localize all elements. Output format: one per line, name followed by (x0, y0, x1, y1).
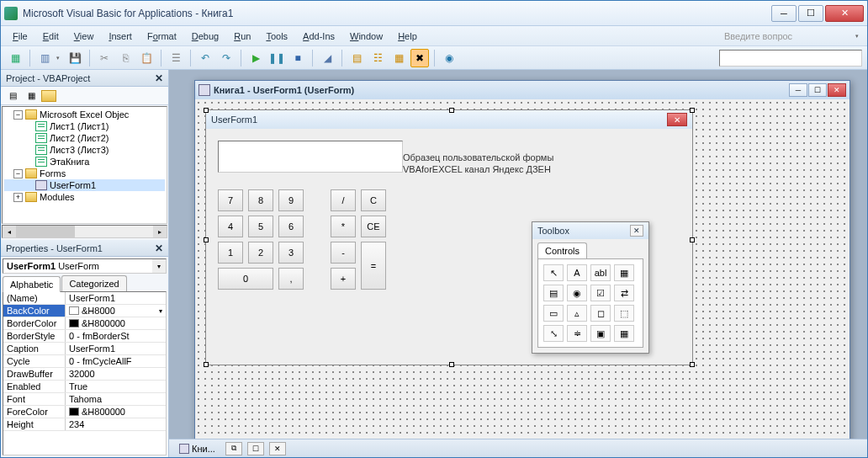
maximize-button[interactable]: ☐ (798, 5, 823, 22)
calc-btn-CE[interactable]: CE (361, 216, 386, 237)
project-close-icon[interactable]: ✕ (155, 72, 163, 84)
calc-btn-equals[interactable]: = (361, 242, 386, 290)
property-row[interactable]: BorderColor&H800000 (3, 317, 166, 330)
calc-btn-C[interactable]: C (361, 189, 386, 211)
tree-sheet1[interactable]: Лист1 (Лист1) (4, 120, 165, 132)
property-row[interactable]: (Name)UserForm1 (3, 292, 166, 305)
calc-btn-2[interactable]: 2 (248, 242, 273, 264)
tree-thisworkbook[interactable]: ЭтаКнига (4, 156, 165, 168)
view-excel-icon[interactable]: ▦ (6, 49, 24, 67)
toolbox-tool-8[interactable]: ▭ (543, 305, 564, 322)
toolbox-tool-4[interactable]: ▤ (543, 285, 564, 301)
tree-modules[interactable]: +Modules (4, 191, 165, 203)
toolbox-tool-6[interactable]: ☑ (590, 285, 611, 301)
toolbox-close-icon[interactable]: ✕ (630, 225, 643, 237)
toggle-folders-icon[interactable] (41, 90, 56, 102)
menu-view[interactable]: View (67, 29, 101, 44)
tab-alphabetic[interactable]: Alphabetic (3, 276, 61, 292)
help-search-input[interactable]: Введите вопрос (719, 29, 854, 43)
toolbox-tool-7[interactable]: ⇄ (614, 285, 634, 301)
form-label-2[interactable]: VBAforEXCEL канал Яндекс ДЗЕН (403, 164, 551, 174)
menu-debug[interactable]: Debug (185, 29, 225, 44)
calc-btn-/[interactable]: / (331, 189, 356, 211)
calc-btn-*[interactable]: * (331, 216, 356, 237)
calc-btn-comma[interactable]: , (278, 268, 304, 290)
stop-icon[interactable]: ■ (288, 49, 307, 67)
toolbox-tool-5[interactable]: ◉ (567, 285, 587, 301)
find-icon[interactable]: ☰ (167, 49, 185, 67)
menu-format[interactable]: Format (140, 29, 183, 44)
object-browser-icon[interactable]: ▦ (389, 49, 408, 67)
toolbox-tool-3[interactable]: ▦ (614, 264, 634, 281)
calc-btn-9[interactable]: 9 (278, 189, 304, 211)
view-code-icon[interactable]: ▤ (4, 88, 21, 104)
help-search-dropdown[interactable]: ▾ (855, 33, 862, 40)
property-row[interactable]: DrawBuffer32000 (3, 368, 166, 381)
menu-run[interactable]: Run (227, 29, 257, 44)
toolbox-tool-13[interactable]: ≑ (567, 325, 587, 342)
property-row[interactable]: Height234 (3, 418, 166, 431)
toolbox-tool-9[interactable]: ▵ (567, 305, 587, 322)
calc-btn-6[interactable]: 6 (278, 216, 304, 237)
minimize-button[interactable]: ─ (771, 5, 797, 22)
close-button[interactable]: ✕ (825, 5, 864, 22)
menu-window[interactable]: Window (343, 29, 389, 44)
menu-tools[interactable]: Tools (259, 29, 294, 44)
menu-help[interactable]: Help (391, 29, 424, 44)
tree-forms[interactable]: −Forms (4, 168, 165, 179)
property-row[interactable]: CaptionUserForm1 (3, 343, 166, 355)
tree-sheet2[interactable]: Лист2 (Лист2) (4, 132, 165, 144)
cut-icon[interactable]: ✂ (95, 49, 114, 67)
calc-btn-7[interactable]: 7 (218, 189, 243, 211)
toolbox-tool-2[interactable]: abl (590, 264, 611, 281)
calc-btn-1[interactable]: 1 (218, 242, 243, 264)
menu-insert[interactable]: Insert (102, 29, 139, 44)
task-item[interactable]: Кни... (174, 443, 220, 455)
userform-close-icon[interactable]: ✕ (667, 113, 687, 126)
toolbox-tool-1[interactable]: A (567, 264, 587, 281)
task-close-icon[interactable]: ✕ (269, 442, 286, 455)
help-icon[interactable]: ◉ (440, 49, 458, 67)
calc-btn-4[interactable]: 4 (218, 216, 243, 237)
paste-icon[interactable]: 📋 (137, 49, 156, 67)
calc-btn-3[interactable]: 3 (278, 242, 304, 264)
tree-excel-objects[interactable]: −Microsoft Excel Objeс (4, 109, 165, 120)
toolbox-tool-12[interactable]: ⤡ (543, 325, 564, 342)
tree-sheet3[interactable]: Лист3 (Лист3) (4, 144, 165, 156)
property-row[interactable]: Cycle0 - fmCycleAllF (3, 355, 166, 368)
toolbox-tab-controls[interactable]: Controls (537, 242, 587, 258)
menu-addins[interactable]: Add-Ins (296, 29, 341, 44)
insert-userform-icon[interactable]: ▥ (35, 49, 54, 67)
toolbox-tool-10[interactable]: ◻ (590, 305, 611, 322)
calc-btn-8[interactable]: 8 (248, 189, 273, 211)
tab-categorized[interactable]: Categorized (61, 275, 126, 291)
toolbox-window[interactable]: Toolbox ✕ Controls ↖Aabl▦▤◉☑⇄▭▵◻⬚⤡≑▣▦ (532, 221, 649, 354)
property-row[interactable]: BorderStyle0 - fmBorderSt (3, 330, 166, 343)
view-object-icon[interactable]: ▦ (23, 88, 40, 104)
form-label-1[interactable]: Образец пользовательской формы (403, 152, 553, 162)
tree-userform1[interactable]: UserForm1 (4, 179, 165, 191)
toolbox-tool-11[interactable]: ⬚ (614, 305, 634, 322)
properties-close-icon[interactable]: ✕ (155, 242, 163, 254)
toolbox-tool-0[interactable]: ↖ (543, 264, 564, 281)
toolbox-tool-15[interactable]: ▦ (614, 325, 634, 342)
task-cascade-icon[interactable]: ⧉ (225, 442, 242, 455)
toolbox-icon[interactable]: ✖ (410, 49, 429, 67)
calc-btn-minus[interactable]: - (331, 242, 356, 264)
project-hscroll[interactable]: ◂▸ (2, 225, 167, 238)
menu-edit[interactable]: Edit (36, 29, 66, 44)
task-tile-icon[interactable]: ☐ (247, 442, 264, 455)
break-icon[interactable]: ❚❚ (267, 49, 286, 67)
form-designer-window[interactable]: Книга1 - UserForm1 (UserForm) ─ ☐ ✕ User… (194, 80, 850, 457)
calc-btn-5[interactable]: 5 (248, 216, 273, 237)
undo-icon[interactable]: ↶ (196, 49, 214, 67)
menu-file[interactable]: File (6, 29, 34, 44)
toolbox-tool-14[interactable]: ▣ (590, 325, 611, 342)
form-max-button[interactable]: ☐ (808, 83, 827, 97)
copy-icon[interactable]: ⎘ (116, 49, 135, 67)
property-row[interactable]: BackColor&H8000▾ (3, 305, 166, 317)
property-row[interactable]: FontTahoma (3, 393, 166, 406)
properties-icon[interactable]: ☷ (368, 49, 387, 67)
form-window-titlebar[interactable]: Книга1 - UserForm1 (UserForm) ─ ☐ ✕ (195, 81, 849, 99)
property-row[interactable]: EnabledTrue (3, 381, 166, 393)
